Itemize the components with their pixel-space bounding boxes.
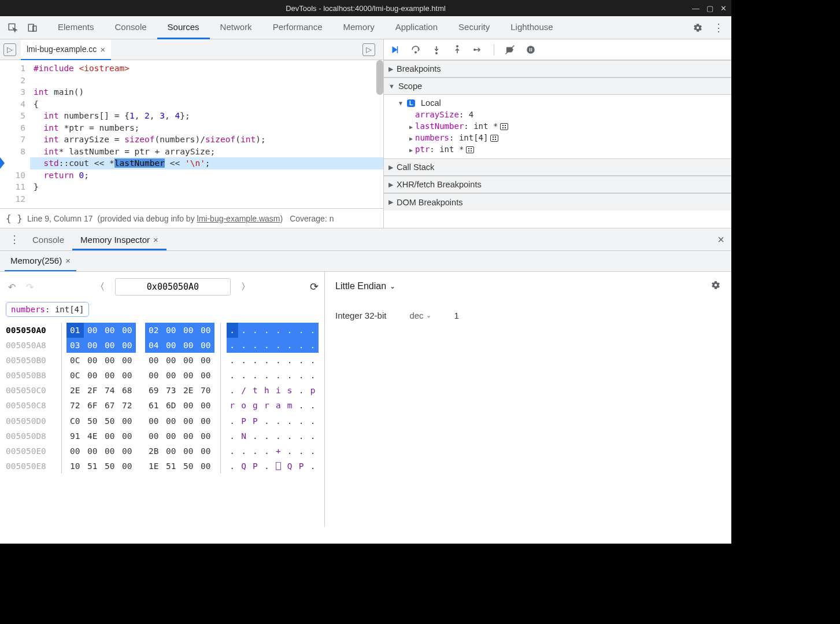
file-tab[interactable]: lmi-bug-example.cc × [21,40,111,60]
code-line[interactable]: } [30,181,383,193]
hex-row[interactable]: 005050D8914E000000000000.N...... [6,429,319,444]
pretty-print-icon[interactable]: { } [6,213,23,224]
memory-icon[interactable] [466,146,474,153]
drawer-close-icon[interactable]: × [715,233,727,246]
endianness-select[interactable]: Little Endian ⌄ [335,281,395,291]
svg-point-9 [527,46,535,54]
tab-lighthouse[interactable]: Lighthouse [500,16,563,39]
tab-console[interactable]: Console [105,16,157,39]
scope-section[interactable]: ▼Scope [384,77,731,95]
tab-performance[interactable]: Performance [262,16,333,39]
svg-rect-3 [397,46,398,53]
hex-row[interactable]: 005050E8105150001E515000.QP.⎕QP. [6,459,319,474]
hex-row[interactable]: 005050B00C00000000000000........ [6,353,319,368]
svg-rect-11 [531,48,532,51]
close-icon[interactable]: × [153,235,158,245]
code-line[interactable]: int numbers[] = {1, 2, 3, 4}; [30,110,383,122]
devtools-topbar: ElementsConsoleSourcesNetworkPerformance… [0,16,731,39]
tab-security[interactable]: Security [448,16,500,39]
svg-point-6 [457,45,458,46]
code-line[interactable]: int* lastNumber = ptr + arraySize; [30,146,383,158]
scrollbar[interactable] [376,60,383,95]
code-line[interactable] [30,193,383,205]
more-icon[interactable]: ⋮ [711,20,727,36]
code-line[interactable]: int arraySize = sizeof(numbers)/sizeof(i… [30,134,383,146]
code-line[interactable]: std::cout << *lastNumber << '\n'; [30,157,383,169]
drawer-more-icon[interactable]: ⋮ [5,233,24,246]
device-toolbar-icon[interactable] [24,20,40,36]
resume-icon[interactable] [390,45,400,55]
scope-variable[interactable]: ▶arraySize: 4 [384,109,731,120]
deactivate-breakpoints-icon[interactable] [505,45,515,55]
hex-row[interactable]: 005050C02E2F746869732E70./this.p [6,383,319,398]
code-line[interactable]: int main() [30,86,383,98]
scope-variable[interactable]: ▶numbers: int[4] [384,132,731,143]
code-line[interactable] [30,75,383,87]
code-line[interactable]: return 0; [30,169,383,182]
coverage-label: Coverage: n [290,214,334,223]
memory-tab[interactable]: Memory(256) × [5,251,76,271]
decoded-value: 1 [454,311,459,320]
chevron-down-icon: ⌄ [390,282,395,290]
tab-memory[interactable]: Memory [333,16,385,39]
close-button[interactable]: ✕ [720,4,727,13]
file-tab-name: lmi-bug-example.cc [27,45,97,54]
drawer-tab-console[interactable]: Console [24,229,72,250]
next-page-icon[interactable]: 〉 [239,279,253,296]
step-over-icon[interactable] [410,45,421,55]
step-icon[interactable] [473,45,483,55]
tab-elements[interactable]: Elements [47,16,105,39]
minimize-button[interactable]: — [692,4,700,13]
dom-breakpoints-section[interactable]: ▶DOM Breakpoints [384,193,731,211]
breakpoints-section[interactable]: ▶Breakpoints [384,60,731,77]
scope-local[interactable]: ▼ L Local [384,97,731,109]
memory-settings-icon[interactable] [711,280,721,292]
refresh-icon[interactable]: ⟳ [310,280,319,293]
step-out-icon[interactable] [452,45,462,55]
prev-page-icon[interactable]: 〈 [93,279,107,296]
drawer-tab-memory-inspector[interactable]: Memory Inspector× [72,229,166,250]
close-icon[interactable]: × [65,256,71,265]
svg-rect-10 [530,48,531,51]
code-line[interactable]: { [30,98,383,110]
drawer-tabs: ⋮ Console Memory Inspector× × [0,228,731,251]
tab-sources[interactable]: Sources [157,16,210,39]
close-icon[interactable]: × [100,45,105,54]
hex-row[interactable]: 005050D0C050500000000000.PP..... [6,413,319,429]
hex-row[interactable]: 005050E0000000002B000000....+... [6,444,319,459]
code-editor[interactable]: 123456789101112 #include <iostream> int … [0,60,383,208]
code-line[interactable]: int *ptr = numbers; [30,122,383,134]
settings-icon[interactable] [690,20,706,36]
maximize-button[interactable]: ▢ [706,4,713,13]
wasm-link[interactable]: lmi-bug-example.wasm [197,214,280,223]
scope-variable[interactable]: ▶ptr: int * [384,143,731,155]
tab-network[interactable]: Network [210,16,262,39]
inspect-element-icon[interactable] [5,20,21,36]
pause-on-exceptions-icon[interactable] [526,45,536,55]
value-format-select[interactable]: dec ⌄ [409,311,431,320]
status-bar: { } Line 9, Column 17 (provided via debu… [0,208,383,228]
scope-variable[interactable]: ▶lastNumber: int * [384,120,731,132]
callstack-section[interactable]: ▶Call Stack [384,158,731,176]
undo-icon[interactable]: ↶ [6,279,18,295]
hex-row[interactable]: 005050A00100000002000000........ [6,323,319,338]
memory-chip[interactable]: numbers: int[4] [6,302,89,317]
code-line[interactable]: #include <iostream> [30,62,383,75]
value-type: Integer 32-bit [335,311,386,320]
tab-application[interactable]: Application [385,16,448,39]
memory-icon[interactable] [490,135,498,142]
file-tabs: ▷ lmi-bug-example.cc × ▷ [0,39,383,60]
svg-point-7 [474,49,475,50]
svg-point-5 [436,52,437,53]
hex-row[interactable]: 005050B80C00000000000000........ [6,368,319,383]
cursor-position: Line 9, Column 17 [27,214,93,223]
hex-row[interactable]: 005050A80300000004000000........ [6,338,319,353]
snippets-icon[interactable]: ▷ [3,43,16,56]
memory-icon[interactable] [500,123,508,130]
redo-icon[interactable]: ↷ [24,279,36,295]
xhr-breakpoints-section[interactable]: ▶XHR/fetch Breakpoints [384,176,731,193]
run-icon[interactable]: ▷ [362,43,375,56]
address-input[interactable] [115,278,231,296]
hex-row[interactable]: 005050C8726F6772616D0000rogram.. [6,398,319,413]
step-into-icon[interactable] [431,45,442,55]
